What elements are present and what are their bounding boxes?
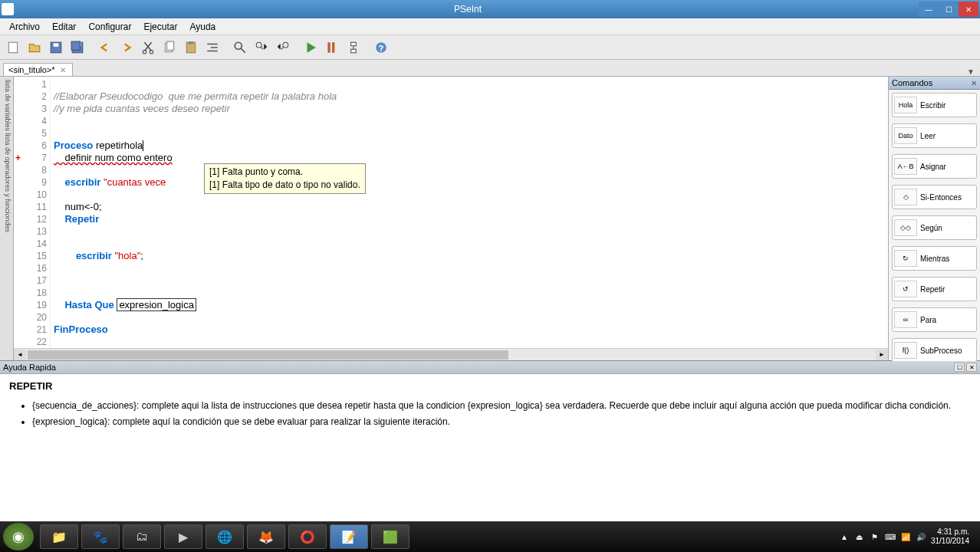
help-panel: Ayuda Rapida ☐ ✕ REPETIR {secuencia_de_a… xyxy=(0,360,980,521)
help-bullet-1: {secuencia_de_acciones}: complete aqui l… xyxy=(32,399,971,412)
editor-hscrollbar[interactable]: ◄ ► xyxy=(14,348,888,360)
svg-rect-18 xyxy=(351,49,357,53)
placeholder-expresion-logica[interactable]: expresion_logica xyxy=(117,298,196,311)
search-next-icon[interactable] xyxy=(252,38,271,58)
toolbar: ? xyxy=(0,35,980,60)
help-close-icon[interactable]: ✕ xyxy=(966,363,977,372)
help-content: REPETIR {secuencia_de_acciones}: complet… xyxy=(0,374,980,521)
tray-network-icon[interactable]: 📶 xyxy=(900,531,911,542)
taskbar-media-icon[interactable]: ▶ xyxy=(164,524,202,549)
scroll-left-icon[interactable]: ◄ xyxy=(14,350,26,360)
window-title: PSeInt xyxy=(17,4,919,15)
left-sidebar-strip[interactable]: lista de variables lista de operadores y… xyxy=(0,77,14,360)
menu-editar[interactable]: Editar xyxy=(46,20,82,34)
app-icon xyxy=(2,3,14,15)
mientras-icon: ↻ xyxy=(894,250,917,267)
cut-icon[interactable] xyxy=(138,38,158,58)
help-icon[interactable]: ? xyxy=(371,38,391,58)
close-button[interactable]: ✕ xyxy=(959,2,978,17)
saveas-icon[interactable] xyxy=(67,38,87,58)
menu-ayuda[interactable]: Ayuda xyxy=(183,20,222,34)
menu-archivo[interactable]: Archivo xyxy=(3,20,46,34)
taskbar-chrome-icon[interactable]: ⭕ xyxy=(288,524,327,549)
save-icon[interactable] xyxy=(46,38,66,58)
maximize-button[interactable]: ☐ xyxy=(939,2,959,17)
taskbar-explorer-icon[interactable]: 📁 xyxy=(40,524,78,549)
run-icon[interactable] xyxy=(301,38,321,58)
tab-close-icon[interactable]: ✕ xyxy=(58,66,67,74)
leer-icon: Dato xyxy=(894,127,917,144)
cmd-repetir[interactable]: ↺Repetir xyxy=(892,277,977,301)
menubar: Archivo Editar Configurar Ejecutar Ayuda xyxy=(0,18,980,35)
error-tooltip: [1] Falta punto y coma. [1] Falta tipo d… xyxy=(204,163,366,194)
tray-safely-remove-icon[interactable]: ⏏ xyxy=(854,531,865,542)
svg-rect-16 xyxy=(332,42,334,53)
svg-rect-9 xyxy=(167,41,174,50)
redo-icon[interactable] xyxy=(117,38,136,58)
open-icon[interactable] xyxy=(25,38,44,58)
code-content[interactable]: //Elaborar Pseudocodigo que me permita r… xyxy=(51,77,888,348)
cmd-leer[interactable]: DatoLeer xyxy=(892,123,977,148)
svg-text:?: ? xyxy=(379,43,384,52)
taskbar-pseint-icon[interactable]: 📝 xyxy=(330,524,368,549)
minimize-button[interactable]: — xyxy=(919,2,939,17)
tab-untitled[interactable]: <sin_titulo>* ✕ xyxy=(3,63,73,76)
window-titlebar: PSeInt — ☐ ✕ xyxy=(0,0,980,18)
menu-configurar[interactable]: Configurar xyxy=(82,20,137,34)
taskbar-ie-icon[interactable]: 🌐 xyxy=(206,524,244,549)
scroll-right-icon[interactable]: ► xyxy=(876,350,888,360)
code-editor[interactable]: 1 2 3 4 5 6 +7 8 9 10 11 12 13 14 15 16 … xyxy=(14,77,888,348)
undo-icon[interactable] xyxy=(95,38,115,58)
cmd-asignar[interactable]: A←BAsignar xyxy=(892,154,977,179)
indent-icon[interactable] xyxy=(202,38,222,58)
svg-rect-11 xyxy=(189,41,194,44)
segun-icon: ◇◇ xyxy=(894,219,917,236)
copy-icon[interactable] xyxy=(159,38,179,58)
tray-keyboard-icon[interactable]: ⌨ xyxy=(885,531,896,542)
tray-clock[interactable]: 4:31 p.m. 31/10/2014 xyxy=(931,527,969,546)
taskbar-folder-icon[interactable]: 🗂 xyxy=(123,524,161,549)
help-bullet-2: {expresion_logica}: complete aquí la con… xyxy=(32,416,971,429)
help-restore-icon[interactable]: ☐ xyxy=(954,363,965,372)
line-gutter: 1 2 3 4 5 6 +7 8 9 10 11 12 13 14 15 16 … xyxy=(14,77,51,348)
cmd-subproceso[interactable]: f()SubProceso xyxy=(892,338,977,363)
new-icon[interactable] xyxy=(3,38,23,58)
search-icon[interactable] xyxy=(230,38,250,58)
tab-bar: <sin_titulo>* ✕ ▼ xyxy=(0,60,980,77)
asignar-icon: A←B xyxy=(894,158,917,175)
tab-dropdown-icon[interactable]: ▼ xyxy=(965,67,977,76)
svg-rect-0 xyxy=(8,42,17,53)
start-button[interactable]: ◉ xyxy=(3,523,34,550)
cmd-mientras[interactable]: ↻Mientras xyxy=(892,246,977,271)
cmd-escribir[interactable]: HolaEscribir xyxy=(892,93,977,117)
paste-icon[interactable] xyxy=(181,38,201,58)
search-prev-icon[interactable] xyxy=(273,38,293,58)
tray-up-icon[interactable]: ▲ xyxy=(839,531,850,542)
menu-ejecutar[interactable]: Ejecutar xyxy=(137,20,183,34)
cmd-sientonces[interactable]: ◇Si-Entonces xyxy=(892,185,977,209)
commands-panel-title: Comandos ✕ xyxy=(889,77,980,90)
scroll-thumb[interactable] xyxy=(28,350,508,360)
repetir-icon: ↺ xyxy=(894,281,917,297)
help-heading: REPETIR xyxy=(9,380,971,392)
tray-action-center-icon[interactable]: ⚑ xyxy=(870,531,880,542)
svg-rect-2 xyxy=(54,43,59,47)
commands-panel: Comandos ✕ HolaEscribir DatoLeer A←BAsig… xyxy=(888,77,980,360)
svg-rect-17 xyxy=(351,42,357,46)
flowchart-icon[interactable] xyxy=(344,38,363,58)
svg-rect-15 xyxy=(327,42,330,53)
help-panel-title: Ayuda Rapida ☐ ✕ xyxy=(0,361,980,374)
windows-taskbar: ◉ 📁 🐾 🗂 ▶ 🌐 🦊 ⭕ 📝 🟩 ▲ ⏏ ⚑ ⌨ 📶 🔊 4:31 p.m… xyxy=(0,521,980,552)
svg-point-12 xyxy=(235,42,242,49)
taskbar-firefox-icon[interactable]: 🦊 xyxy=(247,524,285,549)
cmd-para[interactable]: ∞Para xyxy=(892,307,977,332)
tray-volume-icon[interactable]: 🔊 xyxy=(916,531,926,542)
sientonces-icon: ◇ xyxy=(894,189,917,205)
taskbar-camtasia-icon[interactable]: 🟩 xyxy=(371,524,409,549)
cmd-segun[interactable]: ◇◇Según xyxy=(892,215,977,240)
error-marker-icon[interactable]: + xyxy=(15,152,21,164)
step-icon[interactable] xyxy=(322,38,342,58)
taskbar-app-icon[interactable]: 🐾 xyxy=(81,524,120,549)
system-tray: ▲ ⏏ ⚑ ⌨ 📶 🔊 4:31 p.m. 31/10/2014 xyxy=(839,527,977,546)
commands-close-icon[interactable]: ✕ xyxy=(971,79,977,87)
